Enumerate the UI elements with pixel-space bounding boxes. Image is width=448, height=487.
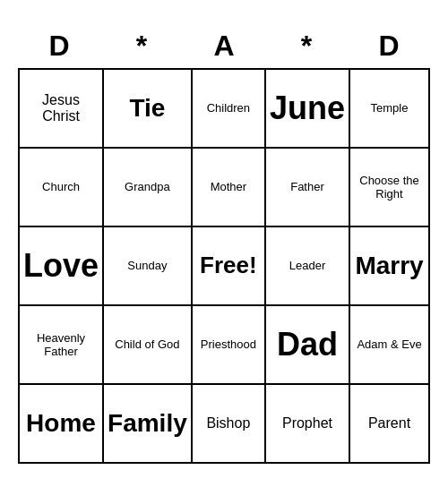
header-col-3: * [265,24,348,68]
header-col-2: A [183,24,265,68]
cell-0-2: Children [192,69,265,148]
cell-3-0: Heavenly Father [19,305,103,384]
header-col-1: * [100,24,183,68]
table-row: ChurchGrandpaMotherFatherChoose the Righ… [19,148,429,226]
cell-2-4: Marry [349,226,429,305]
table-row: LoveSundayFree!LeaderMarry [19,226,429,305]
cell-1-3: Father [265,148,349,226]
cell-3-1: Child of God [103,305,192,384]
cell-4-0: Home [19,384,103,463]
cell-1-1: Grandpa [103,148,192,226]
cell-2-2: Free! [192,226,265,305]
cell-0-3: June [265,69,349,148]
bingo-table: Jesus ChristTieChildrenJuneTempleChurchG… [18,68,430,464]
cell-0-4: Temple [349,69,429,148]
cell-4-1: Family [103,384,192,463]
cell-4-3: Prophet [265,384,349,463]
header-col-4: D [348,24,430,68]
cell-0-0: Jesus Christ [19,69,103,148]
cell-1-0: Church [19,148,103,226]
cell-3-2: Priesthood [192,305,265,384]
header-row: D*A*D [18,24,430,68]
table-row: Jesus ChristTieChildrenJuneTemple [19,69,429,148]
cell-4-4: Parent [349,384,429,463]
cell-1-4: Choose the Right [349,148,429,226]
cell-2-0: Love [19,226,103,305]
cell-1-2: Mother [192,148,265,226]
cell-0-1: Tie [103,69,192,148]
cell-3-3: Dad [265,305,349,384]
cell-3-4: Adam & Eve [349,305,429,384]
cell-2-1: Sunday [103,226,192,305]
cell-4-2: Bishop [192,384,265,463]
table-row: HomeFamilyBishopProphetParent [19,384,429,463]
cell-2-3: Leader [265,226,349,305]
table-row: Heavenly FatherChild of GodPriesthoodDad… [19,305,429,384]
header-col-0: D [18,24,100,68]
